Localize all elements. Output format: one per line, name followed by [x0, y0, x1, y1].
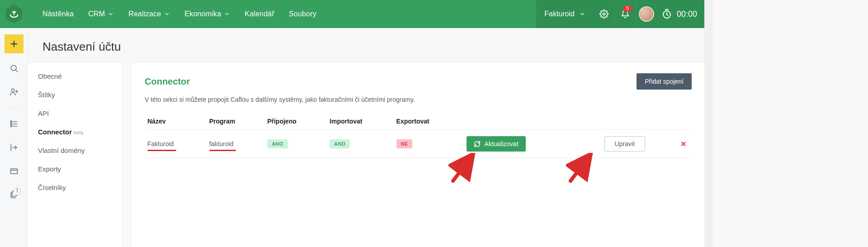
sidebar-item-api[interactable]: API: [28, 104, 121, 123]
svg-line-11: [453, 159, 469, 181]
connection-name: Fakturoid: [147, 140, 174, 147]
rail-doc-badge: 1: [14, 188, 21, 195]
delete-button[interactable]: ✕: [680, 140, 686, 148]
sidebar-item-connector[interactable]: Connectorbeta: [28, 123, 121, 141]
refresh-icon: [474, 141, 481, 147]
sidebar-item-stitky[interactable]: Štítky: [28, 86, 121, 104]
chevron-down-icon: [164, 11, 170, 17]
rail-add-user[interactable]: [5, 83, 23, 100]
status-badge: ANO: [267, 139, 288, 148]
rail-separator: [9, 108, 19, 108]
add-connection-button[interactable]: Přidat spojení: [637, 73, 692, 90]
sidebar-item-label: Connector: [38, 128, 72, 136]
top-right: Fakturoid 5 00:00: [536, 0, 704, 28]
status-badge: NE: [396, 139, 413, 148]
panel-header: Connector Přidat spojení: [145, 73, 692, 90]
avatar-image: [639, 6, 654, 22]
sidebar-item-label: Štítky: [38, 91, 55, 99]
cell-import: ANO: [327, 130, 393, 158]
user-avatar[interactable]: [636, 0, 657, 28]
th-refresh: [464, 113, 543, 130]
connections-table: Název Program Připojeno Importovat Expor…: [145, 113, 692, 158]
rail-card[interactable]: [5, 162, 23, 180]
cell-edit: Upravit: [543, 130, 648, 158]
sidebar-item-label: Číselníky: [38, 184, 66, 191]
th-import: Importovat: [327, 113, 393, 130]
page-header: Nastavení účtu: [28, 28, 704, 62]
sidebar-item-label: Vlastní domény: [38, 147, 85, 154]
chevron-down-icon: [579, 11, 585, 17]
arrow-out-icon: [9, 143, 19, 152]
connection-program: fakturoid: [209, 140, 234, 147]
timer-widget[interactable]: 00:00: [657, 0, 704, 28]
edit-button[interactable]: Upravit: [604, 136, 645, 152]
logo-hex-icon: [5, 4, 23, 24]
refresh-label: Aktualizovat: [484, 140, 518, 147]
sidebar-item-obecne[interactable]: Obecné: [28, 67, 121, 86]
chevron-down-icon: [224, 11, 230, 17]
nav-soubory[interactable]: Soubory: [289, 10, 316, 18]
top-nav: Nástěnka CRM Realizace Ekonomika Kalendá…: [0, 0, 704, 28]
th-export: Exportovat: [394, 113, 464, 130]
sidebar-item-ciselniky[interactable]: Číselníky: [28, 178, 121, 197]
svg-rect-8: [11, 169, 18, 174]
search-icon: [9, 64, 19, 73]
nav-label: Realizace: [128, 10, 161, 18]
rail-checklist[interactable]: [5, 115, 23, 133]
svg-point-3: [11, 65, 16, 71]
sidebar-item-domeny[interactable]: Vlastní domény: [28, 141, 121, 160]
svg-point-1: [603, 13, 605, 15]
refresh-button[interactable]: Aktualizovat: [467, 136, 525, 152]
cell-name: Fakturoid: [145, 130, 207, 158]
svg-rect-7: [11, 125, 12, 127]
chevron-down-icon: [108, 11, 114, 17]
cell-refresh: Aktualizovat: [464, 130, 543, 158]
nav-crm[interactable]: CRM: [88, 10, 114, 18]
cell-program: fakturoid: [207, 130, 264, 158]
account-switcher[interactable]: Fakturoid: [536, 0, 594, 28]
th-delete: [648, 113, 692, 130]
rail-export[interactable]: [5, 139, 23, 156]
gear-icon: [599, 10, 609, 19]
rail-search[interactable]: [5, 60, 23, 77]
settings-two-col: Obecné Štítky API Connectorbeta Vlastní …: [28, 62, 704, 247]
notifications-button[interactable]: 5: [614, 0, 636, 28]
panel-title: Connector: [145, 76, 190, 87]
sidebar-item-label: Exporty: [38, 165, 61, 173]
nav-label: Kalendář: [245, 10, 274, 18]
content: Nastavení účtu Obecné Štítky API Connect…: [28, 28, 704, 247]
timer-value: 00:00: [677, 10, 697, 19]
sidebar-item-label: Obecné: [38, 72, 62, 80]
svg-point-4: [11, 89, 14, 92]
app-logo[interactable]: [0, 0, 28, 28]
nav-nastenka[interactable]: Nástěnka: [42, 10, 74, 18]
panel-description: V této sekci si můžete propojit Caflou s…: [145, 96, 692, 103]
rail-docs[interactable]: 1: [5, 186, 23, 203]
table-row: Fakturoid fakturoid ANO ANO NE Aktualizo…: [145, 130, 692, 158]
rail-add-button[interactable]: [5, 34, 24, 53]
nav-realizace[interactable]: Realizace: [128, 10, 170, 18]
nav-kalendar[interactable]: Kalendář: [245, 10, 274, 18]
beta-badge: beta: [74, 130, 83, 135]
list-icon: [9, 119, 19, 128]
account-name: Fakturoid: [544, 10, 575, 18]
nav-label: Ekonomika: [184, 10, 221, 18]
credit-card-icon: [9, 166, 19, 176]
svg-rect-6: [11, 123, 12, 124]
plus-icon: [9, 39, 19, 49]
cell-connected: ANO: [264, 130, 327, 158]
sidebar-item-label: API: [38, 109, 49, 117]
settings-button[interactable]: [594, 0, 614, 28]
th-program: Program: [207, 113, 264, 130]
nav-label: CRM: [88, 10, 105, 18]
stopwatch-icon: [661, 9, 672, 19]
sidebar-item-exporty[interactable]: Exporty: [28, 160, 121, 178]
nav-label: Soubory: [289, 10, 316, 18]
th-edit: [543, 113, 648, 130]
page-title: Nastavení účtu: [42, 40, 704, 54]
th-name: Název: [145, 113, 207, 130]
cell-delete: ✕: [648, 130, 692, 158]
nav-ekonomika[interactable]: Ekonomika: [184, 10, 230, 18]
notification-count: 5: [623, 5, 632, 12]
svg-rect-5: [11, 121, 12, 122]
